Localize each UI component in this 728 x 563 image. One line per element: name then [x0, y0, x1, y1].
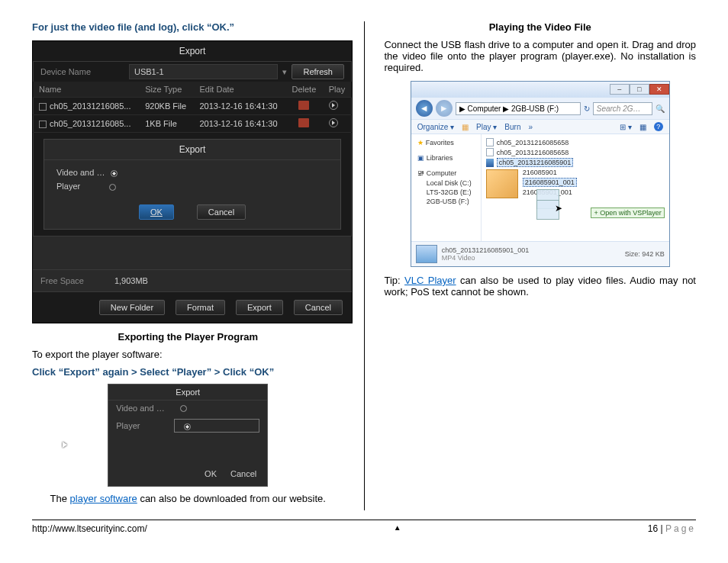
text-file-icon: [486, 138, 494, 146]
radio-video[interactable]: Video and …: [56, 168, 328, 177]
status-filetype: MP4 Video: [442, 254, 530, 262]
footer-url: http://www.ltsecurityinc.com/: [32, 523, 147, 534]
play-icon[interactable]: [329, 118, 338, 127]
body-download-note: The player software can also be download…: [32, 493, 344, 504]
th-size: Size Type: [139, 82, 193, 98]
file-list: ch05_20131216085658 ch05_20131216085658 …: [482, 134, 669, 241]
video-file-icon: [486, 159, 494, 167]
refresh-button[interactable]: Refresh: [292, 64, 344, 79]
play-menu[interactable]: Play ▾: [476, 123, 497, 131]
maximize-button[interactable]: □: [630, 84, 649, 95]
free-space-row: Free Space1,903MB: [33, 269, 352, 291]
back-button[interactable]: ◄: [416, 100, 433, 117]
list-item[interactable]: ch05_20131216085658: [486, 137, 665, 147]
format-button[interactable]: Format: [176, 300, 225, 315]
trash-icon[interactable]: [298, 118, 309, 127]
th-name: Name: [33, 82, 139, 98]
view-icon[interactable]: ⊞ ▾: [620, 123, 632, 131]
status-filename: ch05_20131216085901_001: [442, 246, 530, 254]
device-name-label: Device Name: [40, 67, 124, 76]
small-export-dialog: Export Video and … Player OK Cancel: [108, 384, 268, 487]
play-icon[interactable]: [329, 101, 338, 110]
radio-player-small[interactable]: Player: [108, 416, 267, 436]
instruction-export-player: Click “Export” again > Select “Player” >…: [32, 366, 344, 378]
footer-marker-icon: ▲: [394, 523, 401, 534]
more-icon[interactable]: »: [528, 123, 533, 131]
forward-button[interactable]: ►: [436, 100, 453, 117]
explorer-window: – □ ✕ ◄ ► ▶ Computer ▶ 2GB-USB (F:) ↻ Se…: [411, 81, 670, 267]
drive-f[interactable]: 2GB-USB (F:): [417, 197, 478, 206]
breadcrumb[interactable]: ▶ Computer ▶ 2GB-USB (F:): [456, 102, 581, 115]
status-thumbnail-icon: [416, 245, 437, 263]
th-delete: Delete: [285, 82, 323, 98]
text-file-icon: [486, 148, 494, 156]
status-bar: ch05_20131216085901_001 MP4 Video Size: …: [411, 241, 669, 266]
player-software-link[interactable]: player software: [70, 493, 137, 504]
cursor-icon: [63, 442, 67, 448]
open-with-tooltip: + Open with VSPlayer: [591, 208, 664, 218]
refresh-icon[interactable]: ↻: [584, 105, 590, 113]
small-export-title: Export: [108, 384, 267, 401]
table-row[interactable]: ch05_20131216085... 1KB File 2013-12-16 …: [33, 115, 352, 133]
body-play-video: Connect the USB flash drive to a compute…: [384, 39, 696, 73]
footer-divider: [32, 520, 696, 520]
column-divider: [364, 21, 365, 510]
close-button[interactable]: ✕: [649, 84, 669, 95]
export-dialog: Export Device Name USB1-1 ▾ Refresh Name…: [32, 40, 353, 323]
help-icon[interactable]: ?: [654, 122, 663, 131]
search-input[interactable]: Search 2G…: [593, 102, 652, 115]
page-number: 16 | Page: [648, 523, 696, 534]
body-export-player: To export the player software:: [32, 349, 344, 360]
export-subdialog-title: Export: [44, 140, 340, 160]
player-thumbnail[interactable]: [486, 169, 518, 198]
drive-c[interactable]: Local Disk (C:): [417, 179, 478, 188]
cancel-button[interactable]: Cancel: [294, 300, 343, 315]
vlc-link[interactable]: VLC Player: [404, 275, 456, 286]
heading-right: Playing the Video File: [384, 21, 696, 33]
table-row[interactable]: ch05_20131216085... 920KB File 2013-12-1…: [33, 98, 352, 115]
radio-player[interactable]: Player: [56, 182, 328, 191]
new-folder-button[interactable]: New Folder: [99, 300, 165, 315]
device-select[interactable]: USB1-1: [129, 64, 278, 79]
trash-icon[interactable]: [298, 101, 309, 110]
organize-menu[interactable]: Organize ▾: [417, 123, 454, 131]
drive-e[interactable]: LTS-32GB (E:): [417, 188, 478, 197]
computer-group[interactable]: 🖳Computer: [417, 168, 478, 179]
subdialog-ok-button[interactable]: OK: [139, 204, 174, 220]
cursor-icon: ➤: [555, 204, 562, 212]
tip-text: Tip: VLC Player can also be used to play…: [384, 275, 696, 298]
radio-video-small[interactable]: Video and …: [108, 401, 267, 416]
export-button[interactable]: Export: [236, 300, 283, 315]
th-edit: Edit Date: [193, 82, 285, 98]
list-item[interactable]: ch05_20131216085901: [486, 157, 665, 168]
favorites-group[interactable]: ★Favorites: [417, 137, 478, 148]
small-ok-button[interactable]: OK: [205, 469, 217, 478]
preview-icon[interactable]: ▦: [639, 123, 646, 131]
status-filesize: Size: 942 KB: [625, 250, 665, 258]
small-cancel-button[interactable]: Cancel: [230, 469, 256, 478]
heading-left: For just the video file (and log), click…: [32, 21, 344, 33]
minimize-button[interactable]: –: [610, 84, 630, 95]
subdialog-cancel-button[interactable]: Cancel: [197, 204, 246, 220]
file-table: Name Size Type Edit Date Delete Play ch0…: [33, 82, 352, 133]
list-item[interactable]: 216085901_001: [523, 177, 577, 188]
export-dialog-title: Export: [33, 41, 352, 62]
explorer-sidebar: ★Favorites ▣Libraries 🖳Computer Local Di…: [411, 134, 482, 241]
list-item[interactable]: 216085901: [523, 168, 577, 177]
list-item[interactable]: ch05_20131216085658: [486, 147, 665, 157]
export-subdialog: Export Video and … Player OK Cancel: [43, 139, 341, 230]
burn-button[interactable]: Burn: [504, 123, 520, 131]
libraries-group[interactable]: ▣Libraries: [417, 153, 478, 163]
caption-export-player: Exporting the Player Program: [32, 331, 344, 343]
th-play: Play: [323, 82, 352, 98]
